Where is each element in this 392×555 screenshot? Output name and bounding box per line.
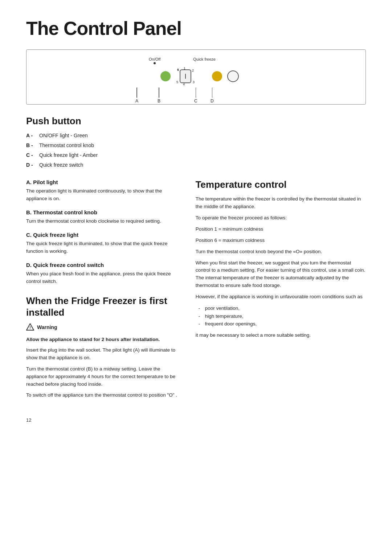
list-item: D - Quick freeze switch bbox=[26, 161, 366, 169]
warning-block: ! Warning bbox=[26, 323, 181, 332]
thermostat-title: B. Thermostat control knob bbox=[26, 209, 181, 215]
left-column: A. Pilot light The operation light is il… bbox=[26, 179, 181, 403]
pilot-light-title: A. Pilot light bbox=[26, 179, 181, 185]
thermostat-knob: 1 2 3 4 5 6 bbox=[176, 66, 195, 86]
item-c-text: Quick freeze light - Amber bbox=[39, 151, 98, 159]
fridge-para1: Insert the plug into the wall socket. Th… bbox=[26, 347, 181, 362]
list-item: C - Quick freeze light - Amber bbox=[26, 151, 366, 159]
item-d-letter: D - bbox=[26, 161, 39, 169]
warning-label: Warning bbox=[37, 324, 57, 330]
bullet-item: high temperature, bbox=[199, 312, 366, 320]
onoff-label: On/Off bbox=[149, 57, 160, 61]
svg-text:!: ! bbox=[29, 325, 31, 330]
fridge-para2: Turn the thermostat control (B) to a mid… bbox=[26, 365, 181, 388]
quickfreeze-light-title: C. Quick freeze light bbox=[26, 232, 181, 238]
page-number: 12 bbox=[26, 417, 366, 423]
diagram-letter-c: C bbox=[194, 98, 197, 104]
diagram-letter-b: B bbox=[158, 98, 160, 104]
quickfreeze-switch-text: When you place fresh food in the applian… bbox=[26, 270, 181, 285]
item-c-letter: C - bbox=[26, 151, 39, 159]
right-column: Temperature control The temperature with… bbox=[196, 179, 366, 403]
fridge-title: When the Fridge Freezer is first install… bbox=[26, 295, 181, 318]
control-panel-diagram: On/Off Quick freeze 1 2 3 4 5 6 bbox=[26, 49, 366, 105]
temp-para3: Turn the thermostat control knob beyond … bbox=[196, 248, 366, 256]
item-b-text: Thermostat control knob bbox=[39, 142, 94, 149]
temp-para1: The temperature within the freezer is co… bbox=[196, 195, 366, 211]
quickfreeze-switch bbox=[227, 70, 239, 82]
list-item: A - ON/OFF light - Green bbox=[26, 132, 366, 139]
two-column-layout: A. Pilot light The operation light is il… bbox=[26, 179, 366, 403]
quickfreeze-switch-title: D. Quick freeze control switch bbox=[26, 262, 181, 268]
temp-para6: it may be necessary to select a more sui… bbox=[196, 332, 366, 339]
temp-para5: However, if the appliance is working in … bbox=[196, 293, 366, 301]
bullet-item: frequent door openings, bbox=[199, 320, 366, 328]
temp-pos6: Position 6 = maximum coldness bbox=[196, 237, 366, 244]
temp-para2: To operate the freezer proceed as follow… bbox=[196, 214, 366, 222]
item-a-text: ON/OFF light - Green bbox=[39, 132, 88, 139]
quickfreeze-label: Quick freeze bbox=[193, 57, 216, 61]
push-button-title: Push button bbox=[26, 116, 366, 127]
diagram-letter-a: A bbox=[135, 98, 138, 104]
fridge-freezer-section: When the Fridge Freezer is first install… bbox=[26, 295, 181, 399]
push-button-list: A - ON/OFF light - Green B - Thermostat … bbox=[26, 132, 366, 169]
page-title: The Control Panel bbox=[26, 17, 366, 39]
item-a-letter: A - bbox=[26, 132, 39, 139]
item-d-text: Quick freeze switch bbox=[39, 161, 83, 169]
temp-pos1: Position 1 = minimum coldness bbox=[196, 226, 366, 233]
warning-bold-text: Allow the appliance to stand for 2 hours… bbox=[26, 337, 181, 342]
temp-bullet-list: poor ventilation, high temperature, freq… bbox=[199, 304, 366, 328]
quickfreeze-light bbox=[212, 71, 222, 81]
fridge-para3: To switch off the appliance turn the the… bbox=[26, 392, 181, 399]
temperature-title: Temperature control bbox=[196, 179, 366, 190]
temp-para4: When you first start the freezer, we sug… bbox=[196, 259, 366, 290]
pilot-light-text: The operation light is illuminated conti… bbox=[26, 187, 181, 203]
item-b-letter: B - bbox=[26, 142, 39, 149]
quickfreeze-light-text: The quick freeze light is illuminated, t… bbox=[26, 240, 181, 255]
onoff-light bbox=[160, 71, 171, 81]
bullet-item: poor ventilation, bbox=[199, 304, 366, 312]
list-item: B - Thermostat control knob bbox=[26, 142, 366, 149]
warning-icon: ! bbox=[26, 323, 34, 332]
small-dot bbox=[154, 62, 156, 64]
diagram-letter-d: D bbox=[211, 98, 214, 104]
thermostat-text: Turn the thermostat control knob clockwi… bbox=[26, 218, 181, 225]
